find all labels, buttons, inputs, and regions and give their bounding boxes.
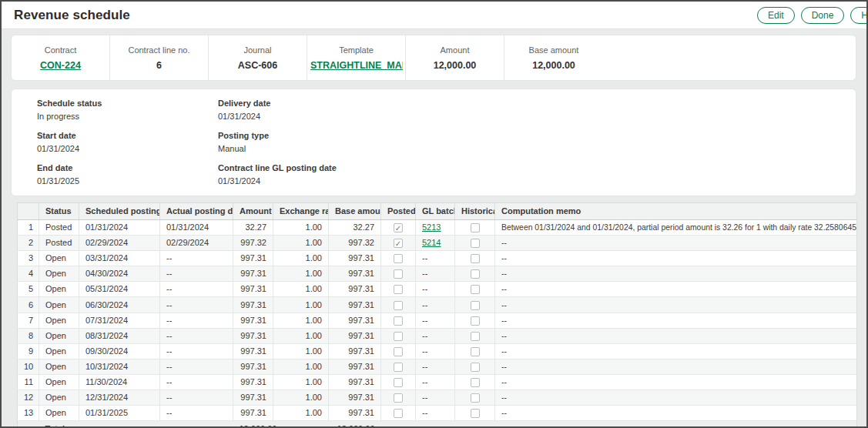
actual-date-cell: -- xyxy=(160,266,233,282)
status-cell: Open xyxy=(39,251,79,266)
posted-checkbox[interactable]: ✓ xyxy=(394,223,403,232)
posted-checkbox[interactable] xyxy=(394,347,403,356)
posted-checkbox[interactable] xyxy=(394,269,403,279)
actual-date-cell: -- xyxy=(160,328,233,343)
detail-value: In progress xyxy=(37,111,218,122)
exchange-rate-cell: 1.00 xyxy=(273,359,329,374)
done-button[interactable]: Done xyxy=(801,7,845,24)
amount-cell: 997.31 xyxy=(233,313,273,328)
amount-cell: 997.31 xyxy=(233,328,273,343)
historical-checkbox[interactable] xyxy=(471,239,480,248)
row-number-cell: 2 xyxy=(18,236,39,251)
historical-cell xyxy=(455,374,495,390)
posted-checkbox[interactable] xyxy=(394,285,403,294)
historical-checkbox[interactable] xyxy=(471,316,480,326)
historical-checkbox[interactable] xyxy=(471,285,480,294)
row-number-cell: 8 xyxy=(18,328,39,343)
actual-date-cell: -- xyxy=(160,406,233,421)
historical-cell xyxy=(455,297,495,313)
table-row: 10Open10/31/2024--997.311.00997.31---- xyxy=(18,359,857,374)
summary-field-label: Amount xyxy=(409,45,501,55)
computation-memo-cell: -- xyxy=(495,282,857,297)
actual-date-cell: -- xyxy=(160,359,233,374)
table-row: 3Open03/31/2024--997.311.00997.31---- xyxy=(18,251,857,266)
edit-button[interactable]: Edit xyxy=(757,7,795,24)
historical-checkbox[interactable] xyxy=(471,223,480,232)
historical-cell xyxy=(455,359,495,374)
posted-checkbox[interactable] xyxy=(394,409,403,418)
table-row: 8Open08/31/2024--997.311.00997.31---- xyxy=(18,328,857,343)
detail-label: Posting type xyxy=(218,130,337,141)
col-header-posted: Posted xyxy=(381,203,416,220)
base-amount-cell: 997.31 xyxy=(329,406,381,421)
posted-checkbox[interactable] xyxy=(394,301,403,310)
historical-cell xyxy=(455,266,495,282)
historical-checkbox[interactable] xyxy=(471,378,480,387)
computation-memo-cell: -- xyxy=(495,328,857,343)
historical-checkbox[interactable] xyxy=(471,393,480,403)
row-number-cell: 13 xyxy=(18,406,39,421)
summary-field-value: 6 xyxy=(113,60,205,71)
posted-checkbox[interactable] xyxy=(394,332,403,341)
detail-label: Contract line GL posting date xyxy=(218,162,337,173)
gl-batch-cell: 5213 xyxy=(416,220,455,236)
posted-checkbox[interactable] xyxy=(394,378,403,387)
exchange-rate-cell: 1.00 xyxy=(273,406,329,421)
historical-checkbox[interactable] xyxy=(471,347,480,356)
computation-memo-cell: -- xyxy=(495,343,857,359)
gl-batch-link[interactable]: 5214 xyxy=(422,238,441,247)
summary-field-value: 12,000.00 xyxy=(508,60,600,71)
detail-value: 01/31/2024 xyxy=(37,143,218,154)
summary-field-value: STRAIGHTLINE_MANUAL xyxy=(310,60,403,71)
posted-checkbox[interactable] xyxy=(394,254,403,263)
gl-batch-link[interactable]: 5213 xyxy=(422,222,441,232)
detail-value: 01/31/2025 xyxy=(37,176,218,186)
base-amount-cell: 997.31 xyxy=(329,313,381,328)
summary-field-template: TemplateSTRAIGHTLINE_MANUAL xyxy=(307,35,406,80)
summary-field-contract-line-no: Contract line no.6 xyxy=(110,35,209,80)
contract-link[interactable]: CON-224 xyxy=(40,60,81,71)
historical-checkbox[interactable] xyxy=(471,254,480,263)
row-number-cell: 11 xyxy=(18,374,39,390)
row-number-cell: 1 xyxy=(18,220,39,236)
table-row: 12Open12/31/2024--997.311.00997.31---- xyxy=(18,390,857,406)
posted-cell xyxy=(381,343,416,359)
exchange-rate-cell: 1.00 xyxy=(273,236,329,251)
detail-label: End date xyxy=(37,162,218,173)
row-number-cell: 7 xyxy=(18,313,39,328)
status-cell: Open xyxy=(39,266,79,282)
posted-checkbox[interactable] xyxy=(394,393,403,403)
base-amount-cell: 997.31 xyxy=(329,266,381,282)
gl-batch-cell: -- xyxy=(416,297,455,313)
summary-field-label: Base amount xyxy=(508,45,600,55)
computation-memo-cell: -- xyxy=(495,236,857,251)
base-amount-cell: 997.31 xyxy=(329,390,381,406)
historical-checkbox[interactable] xyxy=(471,332,480,341)
scheduled-date-cell: 06/30/2024 xyxy=(79,297,160,313)
schedule-table-wrap: StatusScheduled posting dateActual posti… xyxy=(17,202,856,428)
help-button[interactable]: H xyxy=(850,7,868,24)
historical-checkbox[interactable] xyxy=(471,409,480,418)
actual-date-cell: -- xyxy=(160,251,233,266)
summary-field-value: ASC-606 xyxy=(212,60,303,71)
exchange-rate-cell: 1.00 xyxy=(273,220,329,236)
status-cell: Open xyxy=(39,297,79,313)
historical-checkbox[interactable] xyxy=(471,269,480,279)
total-base-amount: 12,000.00 xyxy=(329,421,381,428)
posted-cell xyxy=(381,251,416,266)
actual-date-cell: 02/29/2024 xyxy=(160,236,233,251)
historical-checkbox[interactable] xyxy=(471,301,480,310)
summary-field-value: CON-224 xyxy=(15,60,106,71)
exchange-rate-cell: 1.00 xyxy=(273,251,329,266)
posted-checkbox[interactable]: ✓ xyxy=(394,239,403,248)
template-link[interactable]: STRAIGHTLINE_MANUAL xyxy=(310,60,403,71)
historical-checkbox[interactable] xyxy=(471,363,480,372)
row-number-cell: 12 xyxy=(18,390,39,406)
summary-field-label: Journal xyxy=(212,45,303,55)
details-card: Schedule statusIn progressStart date01/3… xyxy=(11,89,856,196)
actual-date-cell: -- xyxy=(160,374,233,390)
gl-batch-cell: 5214 xyxy=(416,236,455,251)
posted-checkbox[interactable] xyxy=(394,363,403,372)
posted-checkbox[interactable] xyxy=(394,316,403,326)
header-actions: EditDoneH xyxy=(757,7,868,24)
